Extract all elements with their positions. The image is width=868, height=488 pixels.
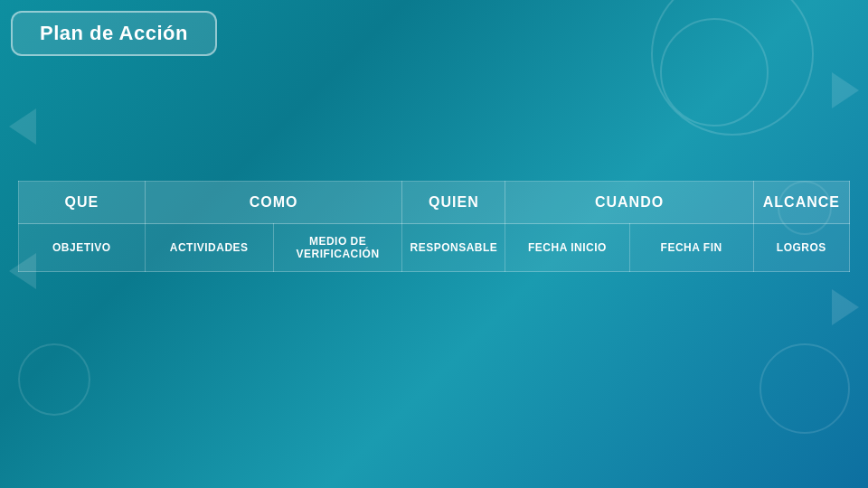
plan-table: QUE COMO QUIEN CUANDO ALCANCE OBJETIVO A… xyxy=(18,181,850,272)
table-container: QUE COMO QUIEN CUANDO ALCANCE OBJETIVO A… xyxy=(18,181,850,272)
subheader-fecha-fin: FECHA FIN xyxy=(629,224,753,272)
header-como: COMO xyxy=(145,182,402,224)
header-alcance: ALCANCE xyxy=(753,182,849,224)
arrow-left-1 xyxy=(9,108,36,145)
subheader-objetivo: OBJETIVO xyxy=(19,224,146,272)
header-que: QUE xyxy=(19,182,146,224)
title-box: Plan de Acción xyxy=(11,11,217,56)
bg-circle-3 xyxy=(760,343,850,434)
subheader-actividades: ACTIVIDADES xyxy=(145,224,273,272)
subheader-fecha-inicio: FECHA INICIO xyxy=(505,224,629,272)
bg-circle-2 xyxy=(660,18,769,127)
bg-circle-1 xyxy=(651,0,814,136)
subheader-row: OBJETIVO ACTIVIDADES MEDIO DE VERIFICACI… xyxy=(19,224,850,272)
arrow-right-2 xyxy=(832,289,859,325)
page-title: Plan de Acción xyxy=(40,22,188,44)
subheader-medio: MEDIO DE VERIFICACIÓN xyxy=(273,224,402,272)
header-quien: QUIEN xyxy=(402,182,505,224)
header-row: QUE COMO QUIEN CUANDO ALCANCE xyxy=(19,182,850,224)
bg-circle-4 xyxy=(18,343,90,416)
arrow-right-1 xyxy=(832,72,859,108)
header-cuando: CUANDO xyxy=(505,182,753,224)
subheader-responsable: RESPONSABLE xyxy=(402,224,505,272)
subheader-logros: LOGROS xyxy=(753,224,849,272)
